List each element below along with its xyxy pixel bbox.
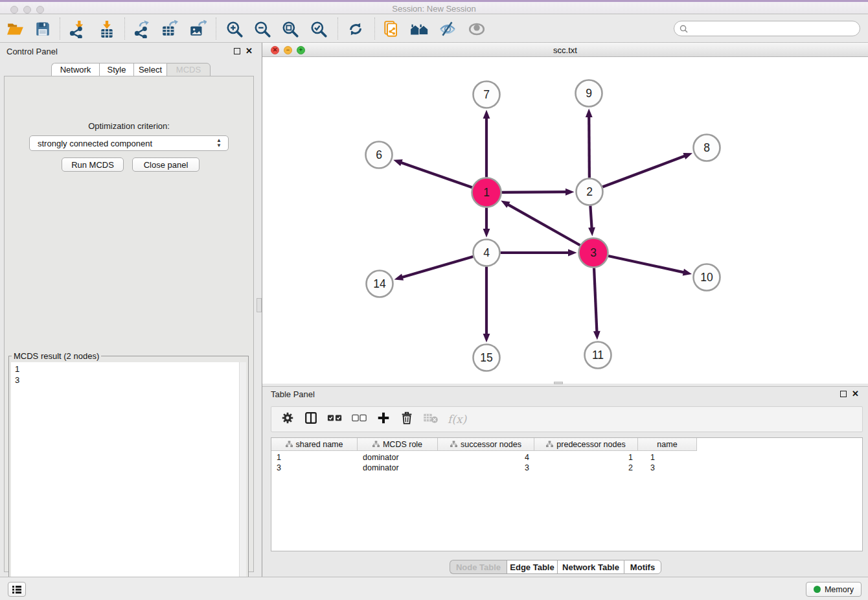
zoom-selected-icon[interactable] (308, 19, 329, 40)
clone-network-icon[interactable] (382, 19, 402, 40)
edge-1-2[interactable] (501, 192, 567, 192)
close-panel-icon[interactable]: ✕ (246, 48, 253, 54)
edge-arrowhead (393, 159, 403, 166)
tab-network[interactable]: Network (51, 63, 99, 76)
network-graph[interactable]: 7968124314101511 (262, 57, 868, 384)
column-header-predecessor-nodes[interactable]: predecessor nodes (534, 438, 638, 451)
create-column-icon[interactable] (376, 411, 391, 428)
delete-table-icon[interactable] (423, 412, 439, 426)
toolbar-separator (216, 17, 216, 40)
table-cell[interactable]: 1 (271, 452, 358, 463)
criterion-dropdown[interactable]: strongly connected component ▲▼ (29, 135, 229, 151)
network-window-titlebar[interactable]: ✕ − + scc.txt (262, 43, 868, 57)
table-cell[interactable]: dominator (358, 463, 438, 473)
hide-panel-icon[interactable] (437, 19, 458, 40)
refresh-layout-icon[interactable] (345, 19, 366, 40)
float-table-panel-icon[interactable] (840, 391, 847, 397)
table-cell[interactable]: 3 (271, 463, 358, 473)
tab-select[interactable]: Select (133, 63, 166, 76)
show-panels-list-button[interactable] (8, 582, 26, 597)
edge-2-3[interactable] (590, 205, 591, 229)
zoom-in-icon[interactable] (224, 19, 245, 40)
node-label-11: 11 (592, 349, 604, 362)
show-panel-icon[interactable] (466, 19, 487, 40)
splitter-grip[interactable] (257, 298, 262, 312)
export-table-icon[interactable] (159, 19, 180, 40)
sort-column-icon (286, 441, 293, 448)
tab-style[interactable]: Style (99, 63, 133, 76)
import-network-icon[interactable] (66, 19, 87, 40)
edge-arrowhead (565, 189, 575, 196)
column-header-name[interactable]: name (638, 438, 697, 451)
mcds-result-text[interactable]: 1 3 (11, 362, 239, 594)
edge-2-8[interactable] (602, 156, 685, 187)
node-label-2: 2 (586, 185, 593, 198)
toolbar-separator (374, 17, 375, 40)
column-header-shared-name[interactable]: shared name (271, 438, 358, 451)
function-builder-icon[interactable]: f(x) (448, 413, 466, 426)
table-cell[interactable]: 4 (438, 452, 534, 463)
home-icon[interactable] (409, 19, 430, 40)
table-cell[interactable]: 1 (534, 452, 638, 463)
tab-edge-table[interactable]: Edge Table (507, 560, 557, 574)
table-settings-gear-icon[interactable] (280, 411, 295, 428)
zoom-fit-icon[interactable] (280, 19, 301, 40)
table-cell[interactable]: 1 (638, 452, 697, 463)
edge-3-10[interactable] (608, 256, 685, 273)
table-cell[interactable]: 3 (438, 463, 534, 473)
open-session-icon[interactable] (5, 19, 26, 40)
table-cell[interactable]: dominator (358, 452, 438, 463)
close-table-panel-icon[interactable]: ✕ (852, 391, 859, 397)
show-columns-icon[interactable] (304, 411, 318, 428)
column-header-label: MCDS role (383, 440, 422, 449)
memory-label: Memory (825, 585, 854, 594)
result-scrollbar[interactable] (239, 362, 246, 594)
column-header-MCDS-role[interactable]: MCDS role (358, 438, 438, 451)
run-mcds-button[interactable]: Run MCDS (62, 157, 124, 172)
application-window: Session: New Session (0, 0, 868, 600)
tab-network-table[interactable]: Network Table (557, 560, 624, 574)
edge-2-9[interactable] (589, 116, 589, 178)
close-panel-button[interactable]: Close panel (132, 157, 200, 172)
table-panel-tabs: Node TableEdge TableNetwork TableMotifs (450, 560, 661, 574)
column-header-successor-nodes[interactable]: successor nodes (438, 438, 534, 451)
horizontal-splitter-grip[interactable] (554, 382, 563, 384)
zoom-out-icon[interactable] (252, 19, 273, 40)
edge-arrowhead (588, 227, 595, 237)
mcds-result-group: MCDS result (2 nodes) 1 3 (8, 351, 249, 599)
edge-3-1[interactable] (507, 204, 580, 245)
list-icon (12, 585, 22, 594)
unselect-all-columns-icon[interactable] (352, 413, 367, 425)
float-panel-icon[interactable] (234, 48, 240, 54)
table-header-row: shared nameMCDS rolesuccessor nodesprede… (271, 438, 697, 451)
select-all-columns-icon[interactable] (327, 413, 343, 425)
node-label-15: 15 (480, 351, 492, 364)
table-panel: Table Panel ✕ (262, 386, 868, 577)
network-canvas[interactable]: 7968124314101511 (262, 57, 868, 384)
table-panel-title: Table Panel (271, 389, 315, 399)
save-session-icon[interactable] (32, 19, 53, 40)
node-label-9: 9 (586, 87, 592, 100)
table-row[interactable]: 3dominator323 (271, 463, 697, 473)
node-label-3: 3 (590, 246, 597, 259)
import-table-icon[interactable] (97, 19, 117, 40)
sort-column-icon (450, 441, 457, 448)
edge-3-11[interactable] (594, 268, 597, 332)
memory-button[interactable]: Memory (806, 582, 862, 597)
delete-column-icon[interactable] (400, 411, 414, 428)
search-input[interactable] (674, 21, 860, 36)
edge-1-6[interactable] (400, 163, 472, 188)
tab-motifs[interactable]: Motifs (624, 560, 661, 574)
export-image-icon[interactable] (187, 19, 208, 40)
table-cell[interactable]: 3 (638, 463, 697, 473)
table-cell[interactable]: 2 (534, 463, 638, 473)
tab-node-table[interactable]: Node Table (450, 560, 507, 574)
node-label-6: 6 (376, 148, 382, 161)
tab-mcds[interactable]: MCDS (166, 63, 211, 76)
export-network-icon[interactable] (131, 19, 152, 40)
table-row[interactable]: 1dominator411 (271, 452, 697, 463)
node-label-7: 7 (483, 88, 490, 101)
node-label-4: 4 (483, 246, 490, 259)
edge-4-14[interactable] (402, 257, 474, 277)
search-field[interactable] (691, 24, 860, 33)
